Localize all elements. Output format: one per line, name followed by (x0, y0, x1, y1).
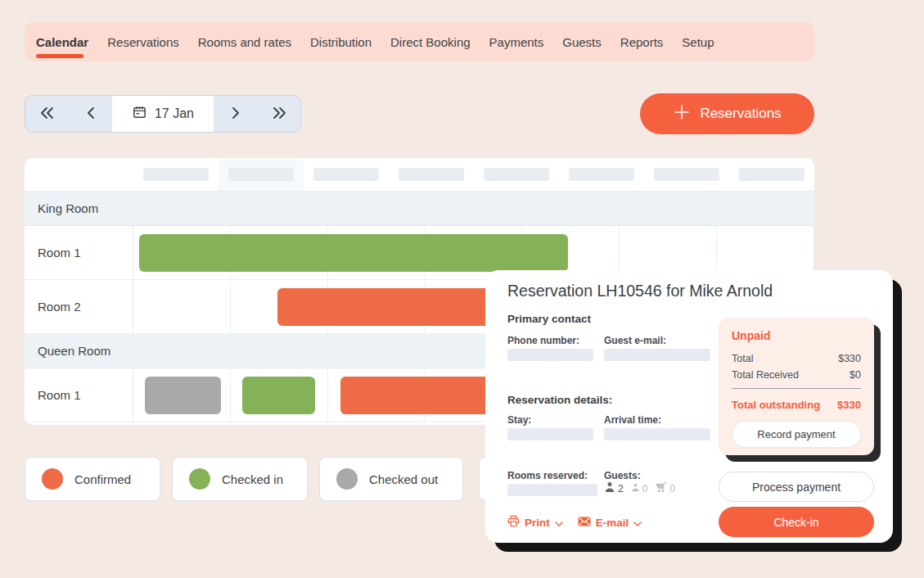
phone-number-label: Phone number: (507, 332, 579, 347)
tab-setup[interactable]: Setup (682, 35, 714, 49)
confirmed-dot (42, 468, 63, 490)
next-period-button[interactable] (257, 96, 300, 132)
legend-label: Confirmed (74, 472, 131, 486)
date-label-placeholder (569, 168, 634, 181)
prev-period-button[interactable] (25, 96, 69, 132)
tab-direct-booking[interactable]: Direct Booking (390, 35, 471, 49)
stay-placeholder (507, 428, 593, 440)
top-nav: Calendar Reservations Rooms and rates Di… (25, 22, 814, 61)
print-dropdown[interactable]: Print (507, 515, 563, 530)
room-label: Room 2 (25, 280, 133, 333)
checked-in-dot (189, 468, 210, 490)
guest-email-placeholder (604, 349, 710, 361)
date-display[interactable]: 17 Jan (112, 96, 214, 132)
date-label-placeholder (143, 168, 209, 181)
grid-date-header (25, 158, 814, 192)
chevron-down-icon (633, 517, 642, 529)
email-dropdown[interactable]: E-mail (578, 517, 642, 529)
tab-guests[interactable]: Guests (562, 35, 602, 49)
printer-icon (507, 515, 520, 530)
payment-status-badge: Unpaid (732, 329, 861, 342)
chevron-down-icon (555, 517, 563, 529)
room-label: Room 1 (25, 226, 133, 279)
stroller-icon (655, 481, 667, 495)
day-cell (133, 280, 231, 333)
guest-email-label: Guest e-mail: (604, 332, 666, 347)
room-type-row: King Room (25, 192, 814, 226)
arrival-time-placeholder (604, 428, 710, 440)
reservation-details-heading: Reservation details: (507, 394, 612, 406)
tab-reservations[interactable]: Reservations (107, 35, 179, 49)
check-in-button[interactable]: Check-in (719, 507, 874, 537)
payment-total-row: Total$330 (732, 353, 861, 364)
tab-distribution[interactable]: Distribution (310, 35, 372, 49)
legend-item-confirmed: Confirmed (25, 457, 160, 501)
rooms-reserved-label: Rooms reserved: (507, 467, 588, 482)
arrival-time-label: Arrival time: (604, 412, 661, 427)
new-reservation-button[interactable]: Reservations (640, 93, 814, 134)
tab-payments[interactable]: Payments (489, 35, 544, 49)
process-payment-button[interactable]: Process payment (719, 472, 874, 502)
date-label-placeholder (228, 168, 294, 181)
tab-reports[interactable]: Reports (620, 35, 664, 49)
chevron-right-icon (228, 105, 243, 124)
date-navigator: 17 Jan (25, 95, 301, 133)
rooms-reserved-placeholder (507, 484, 597, 496)
modal-title: Reservation LH10546 for Mike Arnold (507, 282, 773, 300)
date-label-placeholder (484, 168, 549, 181)
tab-rooms-and-rates[interactable]: Rooms and rates (198, 35, 291, 49)
stay-label: Stay: (507, 412, 531, 427)
guests-label: Guests: (604, 467, 641, 482)
payment-received-row: Total Received$0 (732, 369, 861, 381)
reservation-bar-checked-out[interactable] (145, 377, 221, 414)
app: Calendar Reservations Rooms and rates Di… (0, 0, 924, 578)
checked-out-dot (336, 468, 358, 490)
payment-divider (732, 388, 861, 389)
current-date-label: 17 Jan (155, 106, 194, 121)
tab-calendar[interactable]: Calendar (36, 35, 88, 49)
reservation-bar-checked-in[interactable] (139, 234, 568, 272)
payment-summary-panel: Unpaid Total$330 Total Received$0 Total … (719, 318, 874, 455)
date-label-placeholder (313, 168, 379, 181)
envelope-icon (578, 517, 591, 529)
legend-item-checked-in: Checked in (172, 457, 308, 501)
prev-day-button[interactable] (69, 96, 112, 132)
payment-outstanding-row: Total outstanding$330 (732, 399, 861, 411)
new-reservation-label: Reservations (700, 106, 781, 122)
chevron-left-icon (83, 105, 98, 124)
plus-icon (673, 103, 691, 125)
date-label-placeholder (739, 168, 805, 181)
date-label-placeholder (654, 168, 719, 181)
adults-count: 2 (604, 481, 624, 495)
room-label: Room 1 (25, 368, 133, 422)
room-type-label: Queen Room (38, 344, 110, 358)
legend-label: Checked out (369, 472, 438, 486)
double-chevron-right-icon (270, 105, 288, 124)
adult-icon (604, 481, 615, 495)
room-type-label: King Room (38, 201, 98, 215)
legend-item-checked-out: Checked out (319, 457, 463, 501)
reservation-modal: Reservation LH10546 for Mike Arnold Prim… (485, 270, 893, 543)
primary-contact-heading: Primary contact (507, 313, 591, 325)
children-count: 0 (631, 482, 648, 495)
record-payment-button[interactable]: Record payment (732, 421, 861, 448)
infants-count: 0 (655, 481, 675, 495)
legend-label: Checked in (222, 472, 283, 486)
guest-counts: 2 0 0 (604, 481, 675, 495)
date-label-placeholder (399, 168, 464, 181)
phone-number-placeholder (507, 349, 593, 361)
child-icon (631, 482, 640, 495)
reservation-bar-checked-in[interactable] (242, 377, 315, 414)
next-day-button[interactable] (214, 96, 257, 132)
modal-links: Print E-mail (507, 515, 642, 530)
double-chevron-left-icon (38, 105, 56, 124)
calendar-icon (132, 104, 147, 124)
